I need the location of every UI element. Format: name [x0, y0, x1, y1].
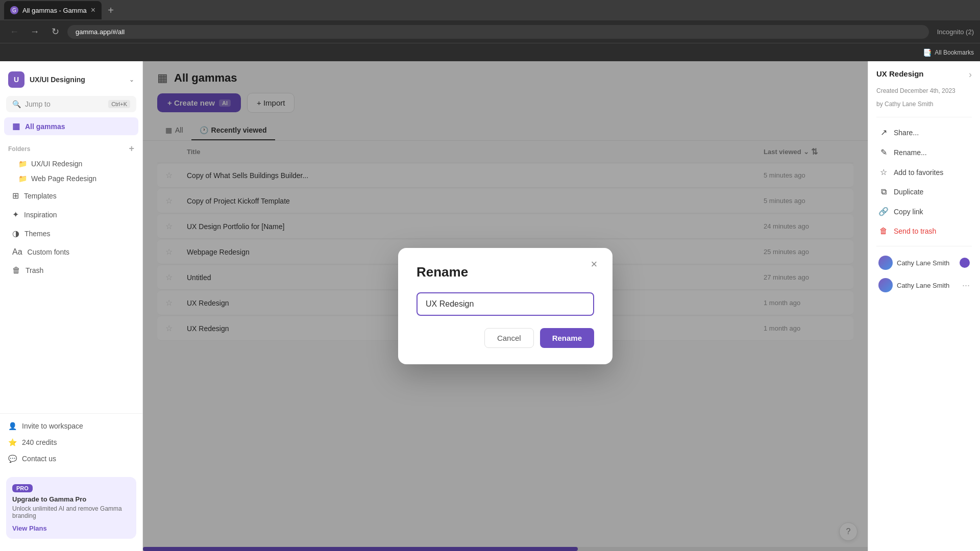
sidebar-item-label: Themes [24, 230, 51, 238]
all-gammas-icon: ▦ [12, 121, 20, 131]
shared-user-1[interactable]: Cathy Lane Smith [876, 253, 972, 273]
sidebar-item-trash[interactable]: 🗑 Trash [4, 262, 138, 279]
upgrade-title: Upgrade to Gamma Pro [12, 495, 130, 503]
copy-link-icon: 🔗 [878, 207, 889, 216]
modal-actions: Cancel Rename [416, 328, 594, 348]
sidebar-item-web-page-redesign[interactable]: 📁 Web Page Redesign [4, 171, 138, 186]
sidebar-nav: ▦ All gammas Folders + 📁 UX/UI Redesign … [0, 116, 142, 413]
workspace-name: UX/UI Designing [30, 76, 124, 84]
share-icon: ↗ [878, 128, 889, 137]
rename-modal: × Rename Cancel Rename [398, 248, 612, 364]
send-to-trash-label: Send to trash [894, 227, 936, 235]
invite-label: Invite to workspace [22, 422, 83, 430]
sidebar-item-label: Templates [24, 192, 57, 200]
url-text: gamma.app/#/all [76, 28, 125, 36]
app-layout: U UX/UI Designing ⌄ 🔍 Jump to Ctrl+K ▦ A… [0, 61, 980, 551]
copy-link-label: Copy link [894, 208, 923, 216]
new-tab-btn[interactable]: + [104, 3, 118, 17]
sidebar-item-label-all-gammas: All gammas [25, 122, 65, 131]
right-panel-collapse-btn[interactable]: › [969, 69, 972, 80]
right-panel-created: Created December 4th, 2023 [876, 86, 972, 95]
incognito-indicator: Incognito (2) [937, 28, 974, 36]
search-bar[interactable]: 🔍 Jump to Ctrl+K [6, 96, 136, 112]
sidebar-item-templates[interactable]: ⊞ Templates [4, 187, 138, 205]
modal-title: Rename [416, 264, 594, 280]
user-avatar [878, 256, 893, 270]
bookmarks-label: All Bookmarks [935, 49, 974, 56]
right-panel-created-by: by Cathy Lane Smith [876, 99, 972, 109]
contact-label: Contact us [22, 455, 56, 463]
sidebar: U UX/UI Designing ⌄ 🔍 Jump to Ctrl+K ▦ A… [0, 61, 143, 551]
address-bar[interactable]: gamma.app/#/all [67, 25, 929, 39]
sidebar-item-credits: ⭐ 240 credits [0, 434, 142, 450]
workspace-selector[interactable]: U UX/UI Designing ⌄ [0, 67, 142, 92]
right-panel: UX Redesign › Created December 4th, 2023… [868, 61, 980, 551]
sidebar-item-all-gammas[interactable]: ▦ All gammas [4, 117, 138, 135]
shared-user-2[interactable]: Cathy Lane Smith ··· [876, 275, 972, 295]
context-menu-send-to-trash[interactable]: 🗑 Send to trash [876, 222, 972, 240]
sidebar-item-contact[interactable]: 💬 Contact us [0, 450, 142, 467]
user-name: Cathy Lane Smith [897, 282, 958, 289]
modal-overlay[interactable]: × Rename Cancel Rename [143, 61, 868, 551]
cancel-button[interactable]: Cancel [484, 328, 534, 348]
context-menu-copy-link[interactable]: 🔗 Copy link [876, 203, 972, 220]
credits-label: 240 credits [22, 438, 57, 446]
templates-icon: ⊞ [12, 191, 19, 201]
workspace-avatar: U [8, 71, 24, 88]
add-folder-btn[interactable]: + [129, 143, 134, 154]
sidebar-item-label: Inspiration [24, 211, 57, 219]
divider [876, 117, 972, 117]
user-name: Cathy Lane Smith [897, 259, 955, 267]
user-avatar [878, 278, 893, 292]
tab-title: All gammas - Gamma [22, 7, 87, 14]
forward-btn[interactable]: → [27, 23, 43, 40]
folder-label: Web Page Redesign [31, 174, 96, 183]
search-placeholder: Jump to [25, 100, 51, 108]
browser-chrome: G All gammas - Gamma × + ← → ↻ gamma.app… [0, 0, 980, 61]
sidebar-item-label: Trash [26, 266, 43, 274]
context-menu-rename[interactable]: ✎ Rename... [876, 143, 972, 161]
trash-icon: 🗑 [12, 266, 20, 275]
pro-badge-text: PRO [16, 485, 29, 491]
sidebar-item-invite[interactable]: 👤 Invite to workspace [0, 418, 142, 434]
refresh-btn[interactable]: ↻ [47, 23, 63, 40]
bookmarks-bar: 📑 All Bookmarks [0, 43, 980, 61]
favorites-icon: ☆ [878, 167, 889, 177]
credits-icon: ⭐ [8, 438, 17, 446]
add-favorites-label: Add to favorites [894, 168, 943, 177]
sidebar-item-label: Custom fonts [28, 248, 69, 256]
tab-bar: G All gammas - Gamma × + [0, 0, 980, 20]
rename-label: Rename... [894, 148, 927, 157]
pro-badge: PRO [12, 484, 33, 492]
sidebar-item-themes[interactable]: ◑ Themes [4, 224, 138, 242]
active-tab[interactable]: G All gammas - Gamma × [4, 1, 102, 19]
context-menu-add-favorites[interactable]: ☆ Add to favorites [876, 163, 972, 181]
search-shortcut: Ctrl+K [108, 100, 130, 108]
folder-icon: 📁 [18, 160, 27, 168]
tab-favicon: G [10, 6, 18, 14]
folders-section-label: Folders [8, 145, 30, 153]
context-menu-duplicate[interactable]: ⧉ Duplicate [876, 183, 972, 201]
sidebar-bottom: 👤 Invite to workspace ⭐ 240 credits 💬 Co… [0, 413, 142, 471]
divider [876, 246, 972, 246]
share-label: Share... [894, 129, 919, 137]
main-content: ▦ All gammas + Create new AI + Import ▦ … [143, 61, 868, 551]
view-plans-link[interactable]: View Plans [12, 524, 47, 532]
rename-input[interactable] [416, 292, 594, 316]
modal-close-btn[interactable]: × [586, 256, 602, 272]
rename-button[interactable]: Rename [540, 328, 594, 348]
right-panel-header: UX Redesign › [876, 69, 972, 80]
sidebar-item-ux-ui-redesign[interactable]: 📁 UX/UI Redesign [4, 157, 138, 171]
sidebar-item-inspiration[interactable]: ✦ Inspiration [4, 206, 138, 223]
tab-close-btn[interactable]: × [91, 6, 95, 15]
context-menu-share[interactable]: ↗ Share... [876, 123, 972, 141]
right-panel-title: UX Redesign [876, 69, 924, 78]
sidebar-item-custom-fonts[interactable]: Aa Custom fonts [4, 243, 138, 261]
user-badge [960, 258, 970, 268]
back-btn[interactable]: ← [6, 23, 22, 40]
user-options-icon[interactable]: ··· [962, 280, 970, 291]
custom-fonts-icon: Aa [12, 247, 22, 257]
trash-icon: 🗑 [878, 227, 889, 236]
rename-icon: ✎ [878, 147, 889, 157]
folder-icon: 📁 [18, 174, 27, 183]
